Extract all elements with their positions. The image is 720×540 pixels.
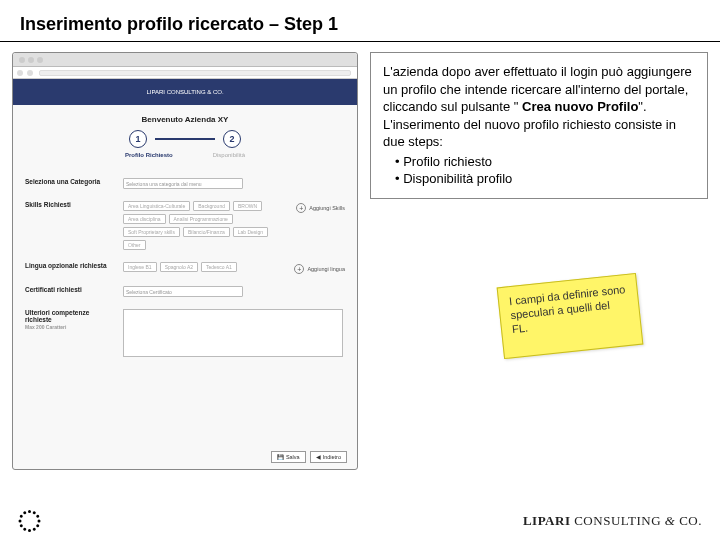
site-banner: LIPARI CONSULTING & CO.: [13, 79, 357, 105]
skill-chip[interactable]: BROWN: [233, 201, 262, 211]
welcome-heading: Benvenuto Azienda XY: [13, 115, 357, 124]
brand-logo: LIPARI CONSULTING & CO.: [523, 513, 702, 529]
step-2-label: Disponibilità: [213, 152, 245, 158]
sticky-note: I campi da definire sono speculari a que…: [497, 273, 644, 359]
categoria-label: Seleziona una Categoria: [25, 178, 113, 185]
add-skills-button[interactable]: + Aggiungi Skills: [296, 203, 345, 213]
categoria-select[interactable]: Seleziona una categoria dal menu: [123, 178, 243, 189]
description-box: L'azienda dopo aver effettuato il login …: [370, 52, 708, 199]
certificati-select[interactable]: Seleziona Certificato: [123, 286, 243, 297]
browser-urlbar: [13, 67, 357, 79]
skill-chip[interactable]: Area Linguistica-Culturale: [123, 201, 190, 211]
window-titlebar: [13, 53, 357, 67]
step-1-circle: 1: [129, 130, 147, 148]
save-button[interactable]: 💾 Salva: [271, 451, 306, 463]
lingua-label: Lingua opzionale richiesta: [25, 262, 113, 269]
lingue-chips: Inglese B1 Spagnolo A2 Tedesco A1: [123, 262, 284, 272]
skills-label: Skills Richiesti: [25, 201, 113, 208]
skill-chip[interactable]: Analisi Programmazione: [169, 214, 233, 224]
skill-chip[interactable]: Soft Proprietary skills: [123, 227, 180, 237]
lingua-chip[interactable]: Spagnolo A2: [160, 262, 198, 272]
plus-icon: +: [296, 203, 306, 213]
page-title: Inserimento profilo ricercato – Step 1: [0, 0, 720, 42]
competenze-textarea[interactable]: [123, 309, 343, 357]
lingua-chip[interactable]: Tedesco A1: [201, 262, 237, 272]
skill-chip[interactable]: Other: [123, 240, 146, 250]
bullet-profilo: Profilo richiesto: [383, 153, 695, 171]
skill-chip[interactable]: Background: [193, 201, 230, 211]
wireframe-mockup: LIPARI CONSULTING & CO. Benvenuto Aziend…: [12, 52, 358, 470]
competenze-label: Ulteriori competenze richieste Max 200 C…: [25, 309, 113, 330]
add-lingua-button[interactable]: + Aggiungi lingua: [294, 264, 345, 274]
skill-chip[interactable]: Lab Design: [233, 227, 268, 237]
certificati-label: Certificati richiesti: [25, 286, 113, 293]
plus-icon: +: [294, 264, 304, 274]
skill-chip[interactable]: Bilancio/Finanza: [183, 227, 230, 237]
bullet-disponibilita: Disponibilità profilo: [383, 170, 695, 188]
step-1-label: Profilo Richiesto: [125, 152, 173, 158]
skill-chip[interactable]: Area disciplina: [123, 214, 166, 224]
step-2-circle: 2: [223, 130, 241, 148]
lingua-chip[interactable]: Inglese B1: [123, 262, 157, 272]
loading-spinner-icon: [18, 510, 40, 532]
skills-chips: Area Linguistica-Culturale Background BR…: [123, 201, 286, 250]
back-button[interactable]: ◀ Indietro: [310, 451, 347, 463]
step-indicator: 1 2: [13, 130, 357, 148]
